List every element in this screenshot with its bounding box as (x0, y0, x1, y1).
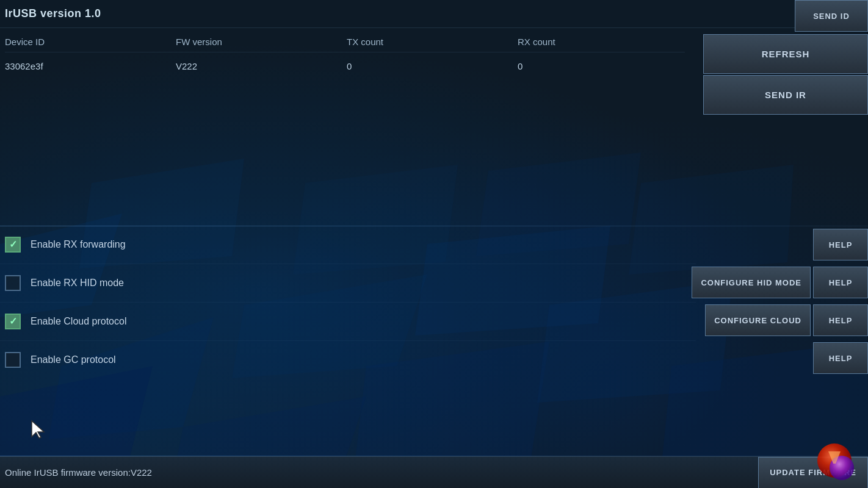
option-btn-row-rx-hid: CONFIGURE HID MODE HELP (624, 264, 868, 301)
checkmark-cloud: ✓ (9, 317, 17, 326)
table-header: Device ID FW version TX count RX count (5, 28, 685, 52)
table-row: 33062e3f V222 0 0 (5, 52, 685, 80)
help-button-rx-forwarding[interactable]: HELP (813, 229, 868, 260)
checkbox-rx-hid[interactable] (5, 275, 21, 291)
option-btn-row-rx-forwarding: HELP (624, 226, 868, 264)
mouse-cursor (31, 420, 45, 439)
status-bar-right: UPDATE FIRMWARE (758, 457, 868, 489)
label-rx-forwarding: Enable RX forwarding (31, 239, 126, 250)
option-row-rx-forwarding: ✓ Enable RX forwarding (0, 226, 696, 264)
app-title: IrUSB version 1.0 (5, 7, 101, 20)
send-ir-button[interactable]: SEND IR (703, 75, 868, 115)
configure-cloud-button[interactable]: CONFIGURE CLOUD (705, 304, 811, 336)
option-btn-row-cloud: CONFIGURE CLOUD HELP (624, 301, 868, 339)
status-text: Online IrUSB firmware version:V222 (5, 467, 152, 478)
col-rx-count: RX count (518, 37, 689, 47)
checkbox-gc[interactable] (5, 352, 21, 368)
cell-tx-count: 0 (347, 61, 518, 71)
status-bar: Online IrUSB firmware version:V222 UPDAT… (0, 456, 868, 488)
help-button-rx-hid[interactable]: HELP (813, 267, 868, 298)
refresh-button[interactable]: REFRESH (703, 34, 868, 74)
option-row-rx-hid: Enable RX HID mode (0, 264, 696, 303)
cell-device-id: 33062e3f (5, 61, 176, 71)
help-button-gc[interactable]: HELP (813, 342, 868, 374)
help-button-cloud[interactable]: HELP (813, 304, 868, 336)
label-cloud: Enable Cloud protocol (31, 316, 126, 327)
label-gc: Enable GC protocol (31, 354, 116, 365)
options-section: ✓ Enable RX forwarding Enable RX HID mod… (0, 226, 696, 379)
configure-hid-button[interactable]: CONFIGURE HID MODE (692, 267, 811, 298)
svg-marker-16 (32, 421, 44, 438)
checkmark-rx-forwarding: ✓ (9, 240, 17, 249)
cell-fw-version: V222 (176, 61, 347, 71)
col-tx-count: TX count (347, 37, 518, 47)
checkbox-cloud[interactable]: ✓ (5, 314, 21, 329)
option-row-gc: Enable GC protocol (0, 341, 696, 379)
cell-rx-count: 0 (518, 61, 689, 71)
checkbox-rx-forwarding[interactable]: ✓ (5, 237, 21, 253)
col-fw-version: FW version (176, 37, 347, 47)
col-device-id: Device ID (5, 37, 176, 47)
logo-area (801, 439, 868, 488)
top-right-panel: SEND ID REFRESH SEND IR (703, 0, 868, 115)
option-row-cloud: ✓ Enable Cloud protocol (0, 303, 696, 341)
send-id-button[interactable]: SEND ID (795, 0, 868, 32)
option-buttons-panel: HELP CONFIGURE HID MODE HELP CONFIGURE C… (624, 226, 868, 377)
option-btn-row-gc: HELP (624, 339, 868, 377)
label-rx-hid: Enable RX HID mode (31, 278, 124, 289)
